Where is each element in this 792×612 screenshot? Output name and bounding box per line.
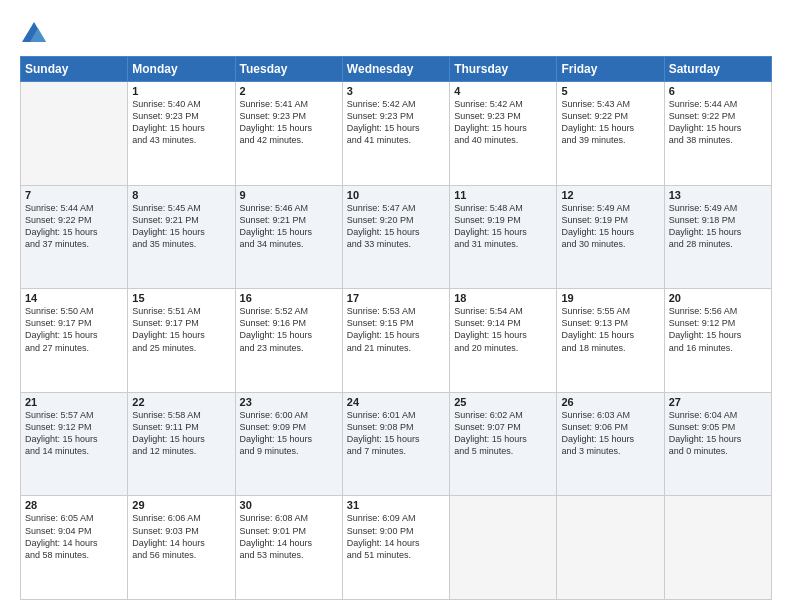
day-header-friday: Friday [557, 57, 664, 82]
calendar-cell [450, 496, 557, 600]
page: SundayMondayTuesdayWednesdayThursdayFrid… [0, 0, 792, 612]
calendar-cell: 18Sunrise: 5:54 AM Sunset: 9:14 PM Dayli… [450, 289, 557, 393]
day-header-thursday: Thursday [450, 57, 557, 82]
calendar-cell: 15Sunrise: 5:51 AM Sunset: 9:17 PM Dayli… [128, 289, 235, 393]
day-info: Sunrise: 5:43 AM Sunset: 9:22 PM Dayligh… [561, 98, 659, 147]
day-number: 2 [240, 85, 338, 97]
calendar-week-row: 28Sunrise: 6:05 AM Sunset: 9:04 PM Dayli… [21, 496, 772, 600]
day-info: Sunrise: 5:49 AM Sunset: 9:18 PM Dayligh… [669, 202, 767, 251]
calendar-cell: 19Sunrise: 5:55 AM Sunset: 9:13 PM Dayli… [557, 289, 664, 393]
calendar-cell: 5Sunrise: 5:43 AM Sunset: 9:22 PM Daylig… [557, 82, 664, 186]
day-info: Sunrise: 5:42 AM Sunset: 9:23 PM Dayligh… [454, 98, 552, 147]
calendar-cell: 17Sunrise: 5:53 AM Sunset: 9:15 PM Dayli… [342, 289, 449, 393]
day-info: Sunrise: 5:50 AM Sunset: 9:17 PM Dayligh… [25, 305, 123, 354]
calendar-cell [557, 496, 664, 600]
day-number: 15 [132, 292, 230, 304]
day-info: Sunrise: 6:02 AM Sunset: 9:07 PM Dayligh… [454, 409, 552, 458]
day-info: Sunrise: 5:44 AM Sunset: 9:22 PM Dayligh… [25, 202, 123, 251]
calendar-cell: 9Sunrise: 5:46 AM Sunset: 9:21 PM Daylig… [235, 185, 342, 289]
day-info: Sunrise: 6:08 AM Sunset: 9:01 PM Dayligh… [240, 512, 338, 561]
day-number: 29 [132, 499, 230, 511]
calendar-cell: 12Sunrise: 5:49 AM Sunset: 9:19 PM Dayli… [557, 185, 664, 289]
day-number: 18 [454, 292, 552, 304]
day-number: 7 [25, 189, 123, 201]
day-header-saturday: Saturday [664, 57, 771, 82]
day-header-wednesday: Wednesday [342, 57, 449, 82]
calendar-week-row: 14Sunrise: 5:50 AM Sunset: 9:17 PM Dayli… [21, 289, 772, 393]
day-info: Sunrise: 6:04 AM Sunset: 9:05 PM Dayligh… [669, 409, 767, 458]
day-number: 3 [347, 85, 445, 97]
day-number: 22 [132, 396, 230, 408]
day-number: 20 [669, 292, 767, 304]
day-number: 24 [347, 396, 445, 408]
calendar-week-row: 21Sunrise: 5:57 AM Sunset: 9:12 PM Dayli… [21, 392, 772, 496]
day-info: Sunrise: 5:45 AM Sunset: 9:21 PM Dayligh… [132, 202, 230, 251]
day-info: Sunrise: 5:49 AM Sunset: 9:19 PM Dayligh… [561, 202, 659, 251]
day-number: 11 [454, 189, 552, 201]
calendar-cell: 22Sunrise: 5:58 AM Sunset: 9:11 PM Dayli… [128, 392, 235, 496]
calendar-cell: 1Sunrise: 5:40 AM Sunset: 9:23 PM Daylig… [128, 82, 235, 186]
calendar-cell: 10Sunrise: 5:47 AM Sunset: 9:20 PM Dayli… [342, 185, 449, 289]
calendar-cell: 6Sunrise: 5:44 AM Sunset: 9:22 PM Daylig… [664, 82, 771, 186]
day-header-monday: Monday [128, 57, 235, 82]
calendar-cell [664, 496, 771, 600]
calendar-cell: 13Sunrise: 5:49 AM Sunset: 9:18 PM Dayli… [664, 185, 771, 289]
calendar-cell: 27Sunrise: 6:04 AM Sunset: 9:05 PM Dayli… [664, 392, 771, 496]
day-info: Sunrise: 5:48 AM Sunset: 9:19 PM Dayligh… [454, 202, 552, 251]
day-header-sunday: Sunday [21, 57, 128, 82]
calendar-cell: 3Sunrise: 5:42 AM Sunset: 9:23 PM Daylig… [342, 82, 449, 186]
calendar-header-row: SundayMondayTuesdayWednesdayThursdayFrid… [21, 57, 772, 82]
calendar-cell: 28Sunrise: 6:05 AM Sunset: 9:04 PM Dayli… [21, 496, 128, 600]
day-info: Sunrise: 5:41 AM Sunset: 9:23 PM Dayligh… [240, 98, 338, 147]
day-info: Sunrise: 6:00 AM Sunset: 9:09 PM Dayligh… [240, 409, 338, 458]
day-info: Sunrise: 5:40 AM Sunset: 9:23 PM Dayligh… [132, 98, 230, 147]
day-number: 16 [240, 292, 338, 304]
day-header-tuesday: Tuesday [235, 57, 342, 82]
calendar-cell: 29Sunrise: 6:06 AM Sunset: 9:03 PM Dayli… [128, 496, 235, 600]
day-number: 5 [561, 85, 659, 97]
calendar-cell: 20Sunrise: 5:56 AM Sunset: 9:12 PM Dayli… [664, 289, 771, 393]
calendar-cell: 2Sunrise: 5:41 AM Sunset: 9:23 PM Daylig… [235, 82, 342, 186]
day-info: Sunrise: 6:01 AM Sunset: 9:08 PM Dayligh… [347, 409, 445, 458]
calendar-cell: 31Sunrise: 6:09 AM Sunset: 9:00 PM Dayli… [342, 496, 449, 600]
day-info: Sunrise: 6:09 AM Sunset: 9:00 PM Dayligh… [347, 512, 445, 561]
day-info: Sunrise: 5:55 AM Sunset: 9:13 PM Dayligh… [561, 305, 659, 354]
day-info: Sunrise: 5:57 AM Sunset: 9:12 PM Dayligh… [25, 409, 123, 458]
day-info: Sunrise: 5:47 AM Sunset: 9:20 PM Dayligh… [347, 202, 445, 251]
header [20, 16, 772, 48]
day-number: 31 [347, 499, 445, 511]
day-number: 27 [669, 396, 767, 408]
day-info: Sunrise: 5:44 AM Sunset: 9:22 PM Dayligh… [669, 98, 767, 147]
day-info: Sunrise: 6:05 AM Sunset: 9:04 PM Dayligh… [25, 512, 123, 561]
day-number: 1 [132, 85, 230, 97]
day-number: 9 [240, 189, 338, 201]
day-info: Sunrise: 5:42 AM Sunset: 9:23 PM Dayligh… [347, 98, 445, 147]
day-number: 10 [347, 189, 445, 201]
day-info: Sunrise: 6:06 AM Sunset: 9:03 PM Dayligh… [132, 512, 230, 561]
calendar-cell: 30Sunrise: 6:08 AM Sunset: 9:01 PM Dayli… [235, 496, 342, 600]
calendar-cell: 26Sunrise: 6:03 AM Sunset: 9:06 PM Dayli… [557, 392, 664, 496]
calendar-cell: 21Sunrise: 5:57 AM Sunset: 9:12 PM Dayli… [21, 392, 128, 496]
calendar-cell: 16Sunrise: 5:52 AM Sunset: 9:16 PM Dayli… [235, 289, 342, 393]
logo [20, 20, 50, 48]
calendar-cell: 8Sunrise: 5:45 AM Sunset: 9:21 PM Daylig… [128, 185, 235, 289]
calendar-week-row: 1Sunrise: 5:40 AM Sunset: 9:23 PM Daylig… [21, 82, 772, 186]
day-number: 14 [25, 292, 123, 304]
day-number: 6 [669, 85, 767, 97]
day-info: Sunrise: 5:46 AM Sunset: 9:21 PM Dayligh… [240, 202, 338, 251]
day-number: 12 [561, 189, 659, 201]
day-number: 28 [25, 499, 123, 511]
day-number: 19 [561, 292, 659, 304]
day-number: 21 [25, 396, 123, 408]
day-number: 17 [347, 292, 445, 304]
day-number: 23 [240, 396, 338, 408]
calendar-cell: 25Sunrise: 6:02 AM Sunset: 9:07 PM Dayli… [450, 392, 557, 496]
day-info: Sunrise: 5:56 AM Sunset: 9:12 PM Dayligh… [669, 305, 767, 354]
day-info: Sunrise: 5:54 AM Sunset: 9:14 PM Dayligh… [454, 305, 552, 354]
day-number: 8 [132, 189, 230, 201]
calendar-cell [21, 82, 128, 186]
calendar-cell: 7Sunrise: 5:44 AM Sunset: 9:22 PM Daylig… [21, 185, 128, 289]
calendar-cell: 23Sunrise: 6:00 AM Sunset: 9:09 PM Dayli… [235, 392, 342, 496]
calendar-cell: 24Sunrise: 6:01 AM Sunset: 9:08 PM Dayli… [342, 392, 449, 496]
day-number: 25 [454, 396, 552, 408]
